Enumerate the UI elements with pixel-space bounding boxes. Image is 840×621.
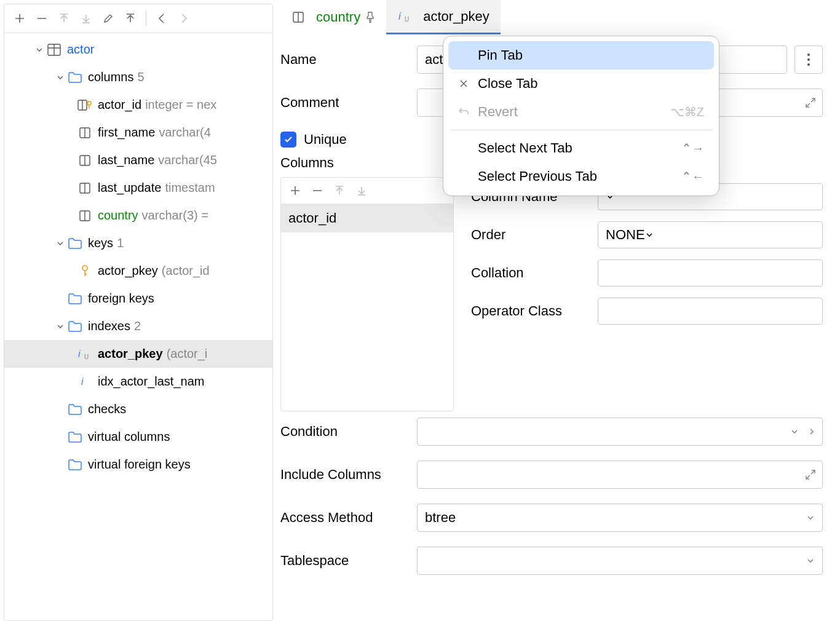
ctx-select-next-tab[interactable]: Select Next Tab ⌃→: [448, 134, 714, 162]
tab-actor-pkey[interactable]: iU actor_pkey: [386, 0, 501, 34]
column-properties: Column Name Order NONE Collation Operato…: [471, 177, 823, 411]
tree-node-columns[interactable]: columns 5: [4, 63, 272, 91]
folder-icon: [67, 401, 83, 417]
column-icon: [77, 208, 93, 224]
svg-text:i: i: [81, 376, 84, 387]
include-columns-input[interactable]: [417, 461, 823, 489]
tree-column-last-update[interactable]: last_update timestam: [4, 174, 272, 202]
ctx-label: Pin Tab: [478, 47, 523, 63]
add-column-button[interactable]: [285, 180, 306, 201]
move-column-down-button[interactable]: [351, 180, 372, 201]
order-label: Order: [471, 227, 598, 243]
column-type: timestam: [165, 181, 215, 195]
tree-node-foreign-keys[interactable]: foreign keys: [4, 285, 272, 312]
tree-column-first-name[interactable]: first_name varchar(4: [4, 119, 272, 146]
ctx-select-previous-tab[interactable]: Select Previous Tab ⌃←: [448, 162, 714, 191]
tree-node-table[interactable]: actor: [4, 36, 272, 63]
more-options-button[interactable]: [794, 45, 823, 74]
index-unique-icon: iU: [397, 9, 413, 25]
ctx-label: Select Previous Tab: [478, 168, 597, 184]
column-icon: [77, 180, 93, 196]
expand-icon: [805, 469, 816, 480]
tree-index-idx-actor-last-name[interactable]: i idx_actor_last_nam: [4, 368, 272, 395]
tree-node-virtual-foreign-keys[interactable]: virtual foreign keys: [4, 451, 272, 478]
column-key-icon: [77, 97, 93, 113]
tab-label: actor_pkey: [423, 9, 489, 25]
column-name: first_name: [98, 125, 155, 140]
chevron-down-icon: [33, 43, 46, 57]
column-type: integer = nex: [145, 98, 216, 112]
ctx-pin-tab[interactable]: Pin Tab: [448, 41, 714, 69]
chevron-down-icon: [790, 427, 799, 436]
unique-checkbox[interactable]: [280, 132, 296, 148]
forward-button[interactable]: [173, 8, 194, 29]
column-type: varchar(3) =: [142, 208, 208, 223]
pin-icon: [365, 12, 375, 23]
move-down-button[interactable]: [76, 8, 97, 29]
move-column-up-button[interactable]: [329, 180, 350, 201]
name-label: Name: [280, 52, 417, 68]
access-method-select[interactable]: btree: [417, 504, 823, 532]
tablespace-select[interactable]: [417, 547, 823, 575]
tree-column-last-name[interactable]: last_name varchar(45: [4, 146, 272, 174]
tree-node-checks[interactable]: checks: [4, 395, 272, 423]
move-up-button[interactable]: [53, 8, 74, 29]
tree-node-indexes[interactable]: indexes 2: [4, 312, 272, 340]
chevron-down-icon: [806, 556, 815, 565]
folder-icon: [67, 457, 83, 473]
remove-column-button[interactable]: [307, 180, 328, 201]
operator-class-label: Operator Class: [471, 303, 598, 319]
add-button[interactable]: [9, 8, 30, 29]
tree: actor columns 5 actor_id integer = nex f…: [4, 33, 272, 481]
virtual-foreign-keys-label: virtual foreign keys: [88, 457, 191, 472]
chevron-down-icon: [53, 71, 67, 84]
include-columns-label: Include Columns: [280, 467, 417, 483]
separator: [146, 11, 146, 26]
key-name: actor_pkey: [98, 264, 158, 278]
ctx-revert: Revert ⌥⌘Z: [448, 98, 714, 126]
svg-point-15: [807, 58, 810, 61]
index-meta: (actor_i: [167, 347, 208, 361]
close-icon: [454, 79, 473, 88]
collation-input[interactable]: [598, 259, 823, 287]
condition-input[interactable]: [417, 417, 823, 446]
name-value: act: [425, 52, 443, 68]
index-unique-icon: iU: [77, 346, 93, 362]
remove-button[interactable]: [31, 8, 52, 29]
column-icon: [77, 125, 93, 141]
operator-class-input[interactable]: [598, 298, 823, 325]
svg-text:i: i: [398, 11, 401, 22]
tree-index-actor-pkey[interactable]: iU actor_pkey (actor_i: [4, 340, 272, 368]
index-icon: i: [77, 374, 93, 390]
ctx-shortcut: ⌃→: [681, 141, 704, 156]
tab-country[interactable]: country: [279, 0, 386, 34]
svg-point-16: [807, 63, 810, 66]
columns-toolbar: [281, 178, 453, 204]
tree-node-keys[interactable]: keys 1: [4, 229, 272, 257]
order-value: NONE: [606, 227, 645, 243]
table-name: actor: [67, 42, 94, 57]
tree-column-actor-id[interactable]: actor_id integer = nex: [4, 91, 272, 119]
keys-label: keys: [88, 236, 113, 250]
tree-column-country[interactable]: country varchar(3) =: [4, 202, 272, 229]
chevron-right-icon: [807, 427, 816, 436]
chevron-down-icon: [645, 231, 654, 239]
chevron-down-icon: [53, 237, 67, 250]
tree-node-virtual-columns[interactable]: virtual columns: [4, 423, 272, 451]
ctx-label: Select Next Tab: [478, 140, 573, 156]
folder-icon: [67, 235, 83, 251]
edit-button[interactable]: [98, 8, 119, 29]
back-button[interactable]: [151, 8, 172, 29]
tree-key-actor-pkey[interactable]: actor_pkey (actor_id: [4, 257, 272, 285]
order-select[interactable]: NONE: [598, 221, 823, 248]
separator: [451, 130, 711, 130]
chevron-down-icon: [53, 320, 67, 333]
tab-label: country: [316, 9, 360, 25]
column-item-actor-id[interactable]: actor_id: [281, 204, 453, 232]
ctx-close-tab[interactable]: Close Tab: [448, 69, 714, 98]
ctx-label: Close Tab: [478, 76, 537, 92]
columns-list: actor_id: [280, 177, 454, 411]
rename-button[interactable]: [120, 8, 141, 29]
columns-count: 5: [137, 70, 144, 84]
checks-label: checks: [88, 402, 126, 416]
